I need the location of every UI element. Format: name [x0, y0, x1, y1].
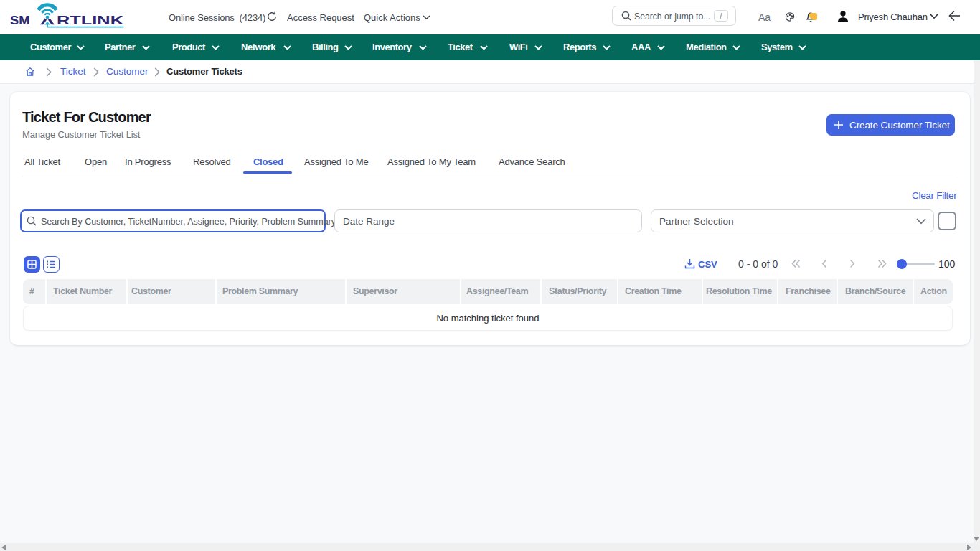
svg-text:RTLINK: RTLINK [57, 14, 123, 27]
svg-text:SM: SM [10, 14, 30, 27]
